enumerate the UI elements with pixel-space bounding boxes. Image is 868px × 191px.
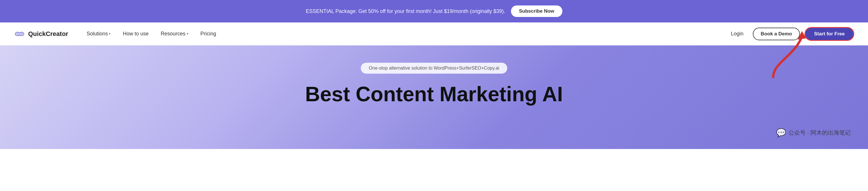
logo-icon xyxy=(14,28,25,40)
hero-badge: One-stop alternative solution to WordPre… xyxy=(361,63,507,74)
nav-pricing-label: Pricing xyxy=(200,31,216,37)
banner-text: ESSENTIAL Package: Get 50% off for your … xyxy=(306,8,505,15)
nav-item-resources[interactable]: Resources ▾ xyxy=(156,28,193,39)
nav-links: Solutions ▾ How to use Resources ▾ Prici… xyxy=(82,28,726,39)
nav-resources-label: Resources xyxy=(161,31,186,37)
nav-right: Login Book a Demo Start for Free xyxy=(726,27,854,41)
logo-text: QuickCreator xyxy=(28,30,68,38)
subscribe-now-button[interactable]: Subscribe Now xyxy=(511,5,562,17)
promo-banner: ESSENTIAL Package: Get 50% off for your … xyxy=(0,0,868,22)
navbar: QuickCreator Solutions ▾ How to use Reso… xyxy=(0,22,868,46)
nav-item-solutions[interactable]: Solutions ▾ xyxy=(82,28,115,39)
nav-item-how-to-use[interactable]: How to use xyxy=(118,28,153,39)
login-button[interactable]: Login xyxy=(726,28,748,39)
chevron-down-icon: ▾ xyxy=(109,32,111,36)
nav-solutions-label: Solutions xyxy=(87,31,108,37)
hero-section: One-stop alternative solution to WordPre… xyxy=(0,46,868,149)
watermark: 💬 公众号 · 阿木的出海笔记 xyxy=(776,128,851,137)
nav-how-to-use-label: How to use xyxy=(123,31,149,37)
book-demo-button[interactable]: Book a Demo xyxy=(753,28,800,40)
logo-link[interactable]: QuickCreator xyxy=(14,28,68,40)
chevron-down-icon-2: ▾ xyxy=(187,32,188,36)
start-for-free-button[interactable]: Start for Free xyxy=(805,27,854,41)
hero-title: Best Content Marketing AI xyxy=(293,83,574,106)
wechat-icon: 💬 xyxy=(776,128,786,137)
watermark-text: 公众号 · 阿木的出海笔记 xyxy=(788,129,851,137)
nav-item-pricing[interactable]: Pricing xyxy=(196,28,221,39)
